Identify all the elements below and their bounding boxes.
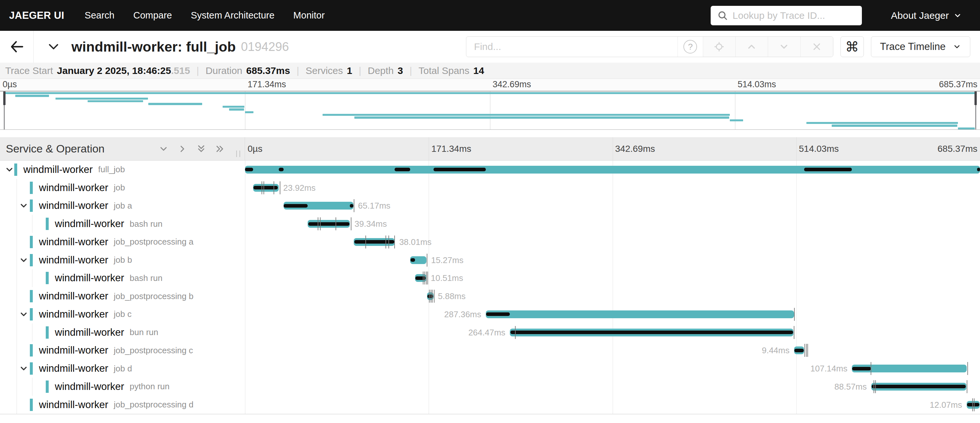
span-bar-cell[interactable]: 39.34ms xyxy=(245,215,980,233)
service-color-accent xyxy=(46,218,49,230)
services-value: 1 xyxy=(347,65,352,76)
trace-title: windmill-worker: full_job xyxy=(72,39,235,55)
span-expander-icon[interactable] xyxy=(5,165,14,175)
span-duration-label: 15.27ms xyxy=(431,255,463,265)
total-spans-value: 14 xyxy=(473,65,484,76)
help-icon: ? xyxy=(683,40,697,54)
service-name: windmill-worker xyxy=(39,254,108,266)
nav-item-monitor[interactable]: Monitor xyxy=(284,0,334,31)
nav-item-compare[interactable]: Compare xyxy=(124,0,181,31)
span-name-cell[interactable]: windmill-worker job xyxy=(0,179,245,197)
collapse-one-icon[interactable] xyxy=(158,144,169,154)
span-duration-label: 65.17ms xyxy=(358,201,390,211)
service-name: windmill-worker xyxy=(39,309,108,320)
crosshair-icon xyxy=(714,41,725,52)
span-bar-cell[interactable]: 38.01ms xyxy=(245,233,980,251)
viewport-right-handle[interactable] xyxy=(974,91,977,105)
critical-path-segment xyxy=(977,168,980,171)
find-input[interactable]: Find... xyxy=(466,37,678,57)
depth-value: 3 xyxy=(398,65,403,76)
span-row: windmill-worker job a 65.17ms xyxy=(0,197,980,215)
critical-path-segment xyxy=(434,168,486,171)
axis-tick-label: 685.37ms xyxy=(939,80,977,89)
app-brand[interactable]: JAEGER UI xyxy=(0,10,75,21)
collapse-all-icon[interactable] xyxy=(196,144,206,154)
span-bar-cell[interactable]: 264.47ms xyxy=(245,323,980,342)
span-name-cell[interactable]: windmill-worker job_postprocessing c xyxy=(0,342,245,360)
critical-path-segment xyxy=(794,349,804,352)
span-duration-label: 39.34ms xyxy=(354,219,387,229)
span-bar-cell[interactable]: 10.51ms xyxy=(245,269,980,288)
span-bar-cell[interactable]: 9.44ms xyxy=(245,342,980,360)
nav-item-search[interactable]: Search xyxy=(75,0,124,31)
span-log-tick xyxy=(967,362,968,375)
span-log-tick xyxy=(434,290,434,303)
span-name-cell[interactable]: windmill-worker bash run xyxy=(0,215,245,233)
keyboard-shortcuts-button[interactable]: ⌘ xyxy=(840,37,864,57)
span-expander-icon[interactable] xyxy=(19,310,29,319)
trace-view-selector[interactable]: Trace Timeline xyxy=(871,37,970,57)
span-bar[interactable] xyxy=(245,166,980,173)
span-bar-cell[interactable]: 23.92ms xyxy=(245,179,980,197)
expand-one-icon[interactable] xyxy=(177,144,188,154)
trace-minimap[interactable] xyxy=(0,91,980,130)
span-bar[interactable] xyxy=(486,310,794,318)
find-help-addon[interactable]: ? xyxy=(678,37,703,57)
clear-find-button[interactable] xyxy=(800,37,833,57)
minimap-bar xyxy=(958,127,975,129)
axis-tick-label: 514.03ms xyxy=(799,144,839,154)
find-prev-button[interactable] xyxy=(736,37,768,57)
span-name-cell[interactable]: windmill-worker job b xyxy=(0,251,245,269)
service-name: windmill-worker xyxy=(39,399,108,411)
span-bar-cell[interactable]: 5.88ms xyxy=(245,287,980,305)
expand-all-icon[interactable] xyxy=(215,144,225,154)
span-log-tick xyxy=(354,199,354,212)
about-jaeger-menu[interactable]: About Jaeger xyxy=(891,10,962,21)
back-button[interactable] xyxy=(0,31,34,63)
trace-id: 0194296 xyxy=(241,40,289,54)
trace-collapse-toggle[interactable] xyxy=(47,40,60,54)
span-bar-cell[interactable]: 88.57ms xyxy=(245,378,980,396)
operation-name: job_postprocessing a xyxy=(114,237,194,247)
minimap-bar xyxy=(15,95,49,97)
span-name-cell[interactable]: windmill-worker job a xyxy=(0,197,245,215)
span-name-cell[interactable]: windmill-worker job c xyxy=(0,305,245,323)
find-next-button[interactable] xyxy=(768,37,800,57)
trace-lookup-box[interactable]: Lookup by Trace ID... xyxy=(711,6,862,25)
span-expander-icon[interactable] xyxy=(19,364,29,374)
trace-summary-bar: Trace Start January 2 2025, 18:46:25 .51… xyxy=(0,63,980,79)
span-name-cell[interactable]: windmill-worker job d xyxy=(0,359,245,378)
duration-label: Duration xyxy=(205,65,242,76)
span-bar-cell[interactable]: 107.14ms xyxy=(245,359,980,378)
span-duration-label: 23.92ms xyxy=(283,183,316,193)
span-bar-cell[interactable]: 65.17ms xyxy=(245,197,980,215)
span-name-cell[interactable]: windmill-worker bun run xyxy=(0,323,245,342)
service-name: windmill-worker xyxy=(55,218,124,230)
services-label: Services xyxy=(306,65,343,76)
span-log-tick xyxy=(429,290,430,303)
span-row: windmill-worker job d 107.14ms xyxy=(0,359,980,378)
span-bar-cell[interactable] xyxy=(245,161,980,179)
nav-item-system-architecture[interactable]: System Architecture xyxy=(181,0,284,31)
viewport-left-handle[interactable] xyxy=(3,91,6,105)
span-name-cell[interactable]: windmill-worker full_job xyxy=(0,161,245,179)
span-bar-cell[interactable]: 15.27ms xyxy=(245,251,980,269)
operation-name: job b xyxy=(114,255,132,265)
column-resize-grip[interactable] xyxy=(236,151,240,157)
span-duration-label: 287.36ms xyxy=(444,309,481,319)
span-name-cell[interactable]: windmill-worker python run xyxy=(0,378,245,396)
span-name-cell[interactable]: windmill-worker job_postprocessing a xyxy=(0,233,245,251)
span-expander-icon[interactable] xyxy=(19,255,29,265)
span-bar-cell[interactable]: 12.07ms xyxy=(245,396,980,414)
span-name-cell[interactable]: windmill-worker bash run xyxy=(0,269,245,288)
minimap-bar xyxy=(730,119,743,121)
span-bar-cell[interactable]: 287.36ms xyxy=(245,305,980,323)
span-row: windmill-worker job 23.92ms xyxy=(0,179,980,197)
focus-span-button[interactable] xyxy=(703,37,736,57)
span-log-tick xyxy=(274,181,274,194)
span-name-cell[interactable]: windmill-worker job_postprocessing b xyxy=(0,287,245,305)
trace-start-value: January 2 2025, 18:46:25 xyxy=(57,65,171,76)
close-icon xyxy=(811,41,822,52)
span-name-cell[interactable]: windmill-worker job_postprocessing d xyxy=(0,396,245,414)
span-expander-icon[interactable] xyxy=(19,201,29,210)
